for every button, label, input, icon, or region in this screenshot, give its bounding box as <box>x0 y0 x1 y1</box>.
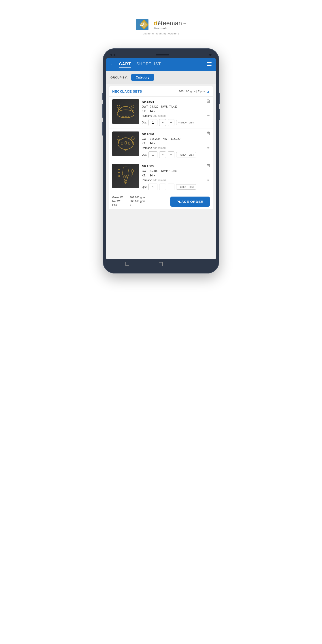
summary-details: Gross Wt: 363.160 gms Net Wt: 363.160 gm… <box>112 196 145 206</box>
pcs-row: Pcs: 7 <box>112 204 145 206</box>
delete-button-0[interactable] <box>206 99 210 104</box>
svg-point-26 <box>117 137 120 140</box>
remark-edit-icon-2[interactable]: ✏ <box>207 178 210 182</box>
shortlist-button-0[interactable]: + SHORTLIST <box>176 120 196 125</box>
gross-wt-label: Gross Wt: <box>112 196 128 199</box>
svg-rect-53 <box>207 164 210 167</box>
svg-point-10 <box>128 116 129 117</box>
logo-container: D d H eeman ™ diamonds <box>136 18 186 31</box>
phone-camera-dots <box>110 54 116 56</box>
svg-rect-25 <box>128 142 130 144</box>
svg-line-37 <box>122 167 124 174</box>
product-item-1: NK1503 <box>109 128 213 161</box>
nav-back-icon[interactable] <box>126 262 129 266</box>
svg-rect-19 <box>208 100 209 100</box>
product-weights-2: GWT: 15.100 NWT: 15.100 <box>142 170 210 173</box>
qty-increase-1[interactable]: + <box>168 152 174 158</box>
svg-rect-32 <box>207 132 210 135</box>
pcs-label: Pcs: <box>112 204 128 206</box>
product-details-0: NK1504 <box>142 99 210 126</box>
place-order-button[interactable]: PLACE ORDER <box>170 196 210 206</box>
footer-summary: Gross Wt: 363.160 gms Net Wt: 363.160 gm… <box>109 193 213 209</box>
product-kt-2: KT: 14 ▼ <box>142 174 210 177</box>
collapse-arrow[interactable]: ▲ <box>206 90 210 93</box>
remark-row-2: Remark: add remark ✏ <box>142 178 210 182</box>
gross-wt-row: Gross Wt: 363.160 gms <box>112 196 145 199</box>
shortlist-button-1[interactable]: + SHORTLIST <box>176 152 196 158</box>
phone-front-cam <box>209 54 212 56</box>
svg-rect-6 <box>206 65 212 66</box>
svg-point-45 <box>118 170 120 173</box>
logo-text-block: d H eeman ™ diamonds <box>154 20 186 30</box>
remark-input-area-2: add remark ✏ <box>153 178 210 182</box>
phone-side-btn-left <box>102 93 103 100</box>
product-item-2: NK1505 <box>109 161 213 193</box>
net-wt-row: Net Wt: 363.160 gms <box>112 200 145 203</box>
qty-row-0: Qty: 1 − + + SHORTLIST <box>142 119 210 126</box>
kt-dropdown-2[interactable]: 14 ▼ <box>150 174 155 177</box>
qty-decrease-1[interactable]: − <box>159 152 166 158</box>
phone-side-btn-right2 <box>219 109 220 120</box>
remark-placeholder-0[interactable]: add remark <box>153 114 166 118</box>
phone-side-btn-right <box>219 93 220 104</box>
qty-decrease-2[interactable]: − <box>159 184 166 190</box>
svg-point-44 <box>125 182 126 184</box>
svg-rect-24 <box>125 142 126 144</box>
product-weights-0: GWT: 74.420 NWT: 74.420 <box>142 105 210 108</box>
svg-point-28 <box>118 142 120 144</box>
category-weight-info: 363.160 gms | 7 pcs <box>179 90 205 93</box>
product-code-2: NK1505 <box>142 164 154 168</box>
remark-input-area-0: add remark ✏ <box>153 114 210 118</box>
kt-dropdown-1[interactable]: 14 ▼ <box>150 142 155 145</box>
net-wt-label: Net Wt: <box>112 200 128 203</box>
nav-recents-icon[interactable]: ← <box>192 262 196 266</box>
qty-increase-2[interactable]: + <box>168 184 174 190</box>
remark-edit-icon-0[interactable]: ✏ <box>207 114 210 118</box>
tab-shortlist[interactable]: SHORTLIST <box>136 62 161 68</box>
product-image-0 <box>112 99 139 124</box>
svg-point-14 <box>132 105 134 108</box>
phone-speaker <box>156 54 169 56</box>
svg-rect-17 <box>207 100 210 103</box>
product-image-2 <box>112 164 139 188</box>
phone-side-btn-left3 <box>102 122 103 136</box>
remark-placeholder-2[interactable]: add remark <box>153 179 166 182</box>
phone-top-bar <box>106 52 216 58</box>
nav-home-icon[interactable] <box>159 262 163 266</box>
svg-point-46 <box>118 168 120 170</box>
app-header: ← CART SHORTLIST <box>106 58 216 71</box>
logo-icon: D <box>136 18 152 31</box>
phone-side-btn-left2 <box>102 104 103 118</box>
remark-row-1: Remark: add remark ✏ <box>142 146 210 150</box>
product-image-1 <box>112 132 139 156</box>
product-weights-1: GWT: 115.220 NWT: 115.220 <box>142 137 210 140</box>
product-kt-1: KT: 14 ▼ <box>142 142 210 145</box>
product-details-2: NK1505 <box>142 164 210 190</box>
svg-rect-55 <box>208 164 209 164</box>
tab-cart[interactable]: CART <box>119 62 131 68</box>
kt-dropdown-0[interactable]: 14 ▼ <box>150 110 155 113</box>
svg-point-9 <box>122 116 124 117</box>
phone-frame: ← CART SHORTLIST GROUP BY: Category <box>103 48 219 274</box>
logo-area: D d H eeman ™ diamonds diamond mounting … <box>136 18 186 35</box>
category-info: 363.160 gms | 7 pcs ▲ <box>179 90 210 93</box>
qty-decrease-0[interactable]: − <box>159 119 166 126</box>
qty-increase-0[interactable]: + <box>168 119 174 126</box>
phone-dot-2 <box>114 54 116 56</box>
product-details-1: NK1503 <box>142 132 210 158</box>
delete-button-2[interactable] <box>206 164 210 168</box>
shortlist-button-2[interactable]: + SHORTLIST <box>176 184 196 190</box>
back-button[interactable]: ← <box>110 62 116 68</box>
delete-button-1[interactable] <box>206 132 210 136</box>
category-button[interactable]: Category <box>131 74 154 81</box>
svg-point-16 <box>132 110 134 111</box>
gross-wt-value: 363.160 gms <box>130 196 145 199</box>
remark-edit-icon-1[interactable]: ✏ <box>207 146 210 150</box>
menu-icon[interactable] <box>206 62 212 67</box>
phone-screen: ← CART SHORTLIST GROUP BY: Category <box>106 58 216 260</box>
category-name: NECKLACE SETS <box>112 90 142 93</box>
product-code-0: NK1504 <box>142 100 154 104</box>
remark-placeholder-1[interactable]: add remark <box>153 146 166 150</box>
group-by-bar: GROUP BY: Category <box>106 71 216 84</box>
qty-value-0: 1 <box>148 119 158 126</box>
